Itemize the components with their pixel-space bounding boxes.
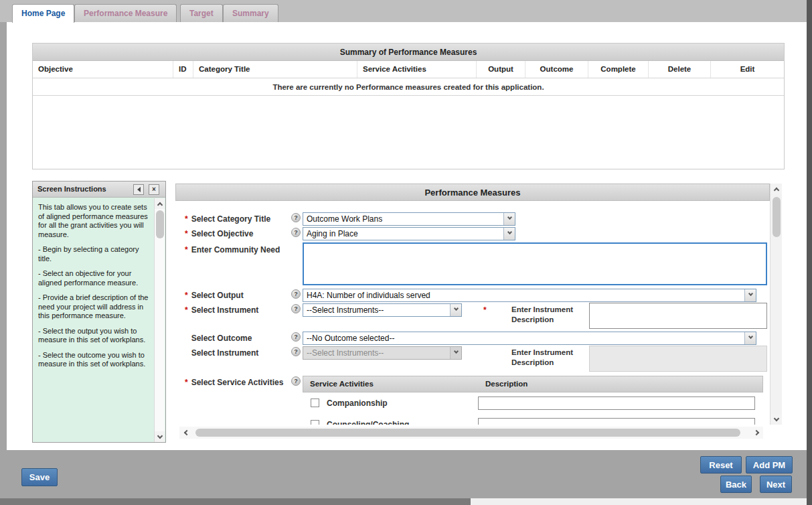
label-select-instrument-output: *Select Instrument — [185, 305, 258, 315]
community-need-textarea[interactable] — [303, 242, 767, 285]
chevron-up-icon — [773, 187, 779, 192]
help-icon[interactable]: ? — [291, 213, 301, 222]
instruction-paragraph: - Begin by selecting a category title. — [38, 245, 149, 263]
column-header-complete: Complete — [588, 61, 649, 78]
label-select-service-activities: *Select Service Activities — [185, 378, 283, 387]
tab-home-page-label: Home Page — [21, 9, 65, 18]
form-horizontal-scrollbar[interactable] — [179, 427, 763, 439]
column-header-service-activities: Service Activities — [357, 61, 477, 78]
tab-summary-label: Summary — [232, 9, 269, 18]
instrument-output-description-textarea[interactable] — [589, 303, 767, 329]
instrument-output-select[interactable]: --Select Instruments-- — [303, 303, 462, 317]
instructions-scrollbar-thumb[interactable] — [156, 210, 164, 238]
application-window: Home Page Performance Measure Target Sum… — [0, 0, 812, 505]
tab-performance-measure[interactable]: Performance Measure — [74, 4, 177, 22]
chevron-up-icon — [157, 202, 162, 207]
required-asterisk: * — [185, 229, 188, 238]
service-activity-name: Companionship — [327, 399, 388, 408]
counseling-coaching-description-input[interactable] — [478, 418, 755, 425]
instructions-scroll-down-button[interactable] — [155, 431, 165, 442]
instruction-paragraph: - Select the output you wish to measure … — [38, 327, 149, 345]
companionship-checkbox[interactable] — [311, 399, 319, 407]
tab-home-page[interactable]: Home Page — [12, 4, 74, 23]
sa-column-description: Description — [485, 376, 527, 392]
label-select-outcome: *Select Outcome — [185, 334, 252, 343]
save-button[interactable]: Save — [21, 468, 58, 486]
horizontal-scrollbar-thumb[interactable] — [195, 429, 740, 437]
performance-measures-panel: Performance Measures *Select Category Ti… — [175, 184, 770, 425]
objective-select[interactable]: Aging in Place — [303, 227, 515, 240]
bottom-frame-light — [471, 498, 807, 505]
help-icon[interactable]: ? — [291, 376, 301, 386]
column-header-category-title: Category Title — [193, 61, 357, 78]
summary-table-title: Summary of Performance Measures — [33, 44, 784, 61]
instrument-outcome-description-textarea-disabled — [589, 346, 767, 372]
help-icon[interactable]: ? — [291, 289, 301, 299]
required-asterisk: * — [185, 214, 188, 224]
help-icon[interactable]: ? — [291, 332, 301, 342]
dropdown-arrow-icon — [744, 289, 756, 301]
chevron-down-icon — [773, 415, 779, 421]
summary-table-header: Objective ID Category Title Service Acti… — [33, 61, 784, 78]
dropdown-arrow-icon — [450, 304, 461, 316]
instruction-paragraph: This tab allows you to create sets of al… — [38, 203, 149, 239]
instructions-scrollbar[interactable] — [154, 198, 165, 442]
help-icon[interactable]: ? — [291, 304, 301, 313]
category-title-select[interactable]: Outcome Work Plans — [303, 212, 515, 226]
output-value: H4A: Number of individuals served — [307, 291, 430, 300]
tab-performance-measure-label: Performance Measure — [84, 9, 167, 18]
tab-summary[interactable]: Summary — [223, 4, 278, 22]
label-select-output: *Select Output — [185, 291, 244, 300]
scroll-right-button[interactable] — [751, 427, 763, 439]
required-asterisk: * — [185, 305, 188, 315]
service-activities-table: Service Activities Description Companion… — [303, 376, 763, 425]
column-header-output: Output — [477, 61, 525, 78]
collapse-arrow-icon — [137, 187, 141, 192]
vertical-scrollbar-thumb[interactable] — [773, 197, 781, 237]
chevron-right-icon — [753, 430, 758, 435]
companionship-description-input[interactable] — [478, 396, 755, 410]
label-select-instrument-outcome: *Select Instrument — [185, 348, 258, 358]
label-enter-instrument-description-output: Enter Instrument Description — [511, 305, 585, 325]
objective-value: Aging in Place — [307, 229, 358, 238]
instructions-scroll-up-button[interactable] — [155, 198, 165, 209]
service-activity-row: Companionship — [303, 392, 763, 414]
dropdown-arrow-icon — [503, 213, 515, 225]
dropdown-arrow-icon — [744, 332, 756, 344]
scroll-down-button[interactable] — [770, 414, 782, 425]
back-button[interactable]: Back — [720, 476, 752, 493]
dropdown-arrow-icon — [450, 347, 461, 359]
chevron-down-icon — [157, 433, 162, 438]
empty-table-message: There are currently no Performance measu… — [33, 78, 784, 96]
screen-instructions-body: This tab allows you to create sets of al… — [33, 198, 165, 442]
outcome-select[interactable]: --No Outcome selected-- — [303, 332, 756, 345]
reset-button[interactable]: Reset — [700, 456, 742, 474]
service-activity-name: Counseling/Coaching — [327, 420, 409, 425]
scroll-left-button[interactable] — [179, 427, 191, 439]
column-header-delete: Delete — [649, 61, 711, 78]
close-panel-button[interactable]: × — [149, 184, 159, 195]
help-icon[interactable]: ? — [291, 347, 301, 356]
form-vertical-scrollbar[interactable] — [770, 184, 782, 425]
tab-target[interactable]: Target — [180, 4, 223, 22]
collapse-panel-button[interactable] — [133, 184, 144, 195]
category-title-value: Outcome Work Plans — [307, 214, 382, 224]
outcome-value: --No Outcome selected-- — [307, 334, 394, 343]
screen-instructions-title: Screen Instructions — [33, 182, 106, 197]
main-content: Summary of Performance Measures Objectiv… — [7, 22, 807, 450]
label-select-objective: *Select Objective — [185, 229, 253, 238]
next-button[interactable]: Next — [760, 476, 792, 493]
scroll-up-button[interactable] — [770, 184, 782, 194]
tab-target-label: Target — [189, 9, 214, 18]
add-pm-button[interactable]: Add PM — [746, 456, 793, 474]
service-activities-table-header: Service Activities Description — [303, 376, 763, 392]
counseling-coaching-checkbox[interactable] — [311, 420, 319, 425]
column-header-outcome: Outcome — [525, 61, 588, 78]
required-asterisk: * — [483, 305, 487, 315]
right-frame — [807, 0, 812, 505]
instruction-paragraph: - Provide a brief description of the nee… — [38, 293, 149, 321]
label-enter-community-need: *Enter Community Need — [185, 245, 280, 255]
output-select[interactable]: H4A: Number of individuals served — [303, 289, 756, 302]
label-enter-instrument-description-outcome: Enter Instrument Description — [511, 348, 585, 368]
help-icon[interactable]: ? — [291, 228, 301, 237]
